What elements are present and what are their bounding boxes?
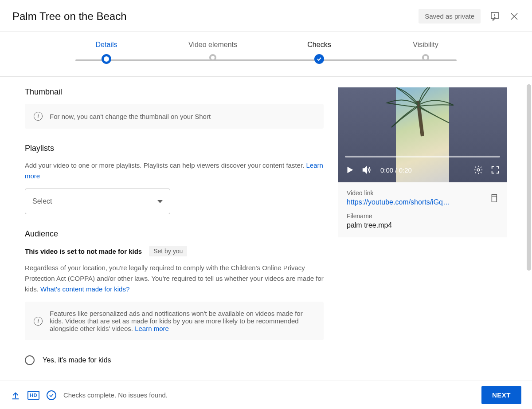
video-progress-bar[interactable] <box>345 156 500 157</box>
video-controls: 0:00 / 0:20 <box>338 157 507 182</box>
scroll-thumb[interactable] <box>527 84 531 271</box>
thumbnail-info-text: For now, you can't change the thumbnail … <box>50 113 211 120</box>
playlists-desc: Add your video to one or more playlists.… <box>25 160 324 181</box>
step-checks[interactable]: Checks <box>266 41 372 64</box>
video-meta-box: Video link https://youtube.com/shorts/iG… <box>338 182 507 237</box>
step-label: Visibility <box>413 41 438 49</box>
step-dot-icon <box>314 54 324 64</box>
hd-badge: HD <box>27 391 39 400</box>
header-actions: Saved as private <box>419 9 520 24</box>
svg-point-2 <box>494 17 495 17</box>
audience-title: Audience <box>25 229 324 239</box>
playlists-desc-text: Add your video to one or more playlists.… <box>25 161 306 169</box>
audience-status-row: This video is set to not made for kids S… <box>25 246 324 256</box>
set-by-you-badge: Set by you <box>149 246 187 256</box>
coppa-link[interactable]: What's content made for kids? <box>40 285 129 293</box>
video-link-row: Video link https://youtube.com/shorts/iG… <box>347 189 498 206</box>
content-scrollbar[interactable] <box>526 84 531 373</box>
content-area: Thumbnail i For now, you can't change th… <box>0 77 532 378</box>
select-value: Select <box>32 197 52 205</box>
close-icon[interactable] <box>509 11 520 22</box>
upload-icon[interactable] <box>11 390 20 400</box>
saved-status-badge: Saved as private <box>419 9 481 24</box>
radio-made-for-kids-yes[interactable]: Yes, it's made for kids <box>25 355 324 365</box>
svg-point-7 <box>477 169 480 171</box>
step-video-elements[interactable]: Video elements <box>160 41 266 61</box>
thumbnail-info-box: i For now, you can't change the thumbnai… <box>25 104 324 129</box>
copy-icon[interactable] <box>489 193 498 204</box>
preview-panel: 0:00 / 0:20 Video link https://y <box>338 87 507 378</box>
step-label: Video elements <box>188 41 237 49</box>
audience-features-text: Features like personalized ads and notif… <box>50 310 315 332</box>
audience-features-box: i Features like personalized ads and not… <box>25 302 324 340</box>
playlists-title: Playlists <box>25 144 324 153</box>
checks-status-text: Checks complete. No issues found. <box>63 391 168 399</box>
settings-gear-icon[interactable] <box>473 165 483 175</box>
features-desc: Features like personalized ads and notif… <box>50 310 303 332</box>
step-dot-icon <box>422 54 429 61</box>
dialog-header: Palm Tree on the Beach Saved as private <box>0 0 532 32</box>
volume-icon[interactable] <box>362 165 372 175</box>
filename-value: palm tree.mp4 <box>347 221 498 229</box>
video-link-label: Video link <box>347 189 498 197</box>
filename-row: Filename palm tree.mp4 <box>347 212 498 229</box>
svg-marker-5 <box>348 167 353 173</box>
next-button[interactable]: NEXT <box>481 386 521 404</box>
step-label: Checks <box>307 41 331 49</box>
video-preview[interactable]: 0:00 / 0:20 <box>338 87 507 182</box>
features-learn-more-link[interactable]: Learn more <box>135 325 169 332</box>
page-title: Palm Tree on the Beach <box>12 10 126 23</box>
feedback-icon[interactable] <box>489 11 500 22</box>
audience-status-text: This video is set to not made for kids <box>25 248 142 255</box>
video-link[interactable]: https://youtube.com/shorts/iGq… <box>347 198 471 206</box>
svg-rect-8 <box>492 196 497 202</box>
upload-stepper: Details Video elements Checks Visibility <box>0 32 532 77</box>
info-icon: i <box>34 112 43 121</box>
audience-coppa-text: Regardless of your location, you're lega… <box>25 263 324 295</box>
radio-label: Yes, it's made for kids <box>43 356 111 364</box>
info-icon: i <box>34 317 43 326</box>
step-visibility[interactable]: Visibility <box>372 41 479 61</box>
dialog-footer: HD Checks complete. No issues found. NEX… <box>0 381 532 409</box>
video-time: 0:00 / 0:20 <box>380 166 412 174</box>
step-details[interactable]: Details <box>53 41 160 64</box>
svg-marker-6 <box>363 167 367 173</box>
step-dot-icon <box>209 54 216 61</box>
play-icon[interactable] <box>345 165 355 175</box>
fullscreen-icon[interactable] <box>490 165 500 175</box>
filename-label: Filename <box>347 212 498 220</box>
step-label: Details <box>96 41 117 49</box>
playlists-select[interactable]: Select <box>25 189 170 214</box>
thumbnail-title: Thumbnail <box>25 87 324 97</box>
details-form: Thumbnail i For now, you can't change th… <box>25 87 324 378</box>
chevron-down-icon <box>157 200 163 203</box>
step-dot-icon <box>102 54 111 64</box>
radio-icon <box>25 355 35 365</box>
checks-ok-icon <box>47 390 56 400</box>
